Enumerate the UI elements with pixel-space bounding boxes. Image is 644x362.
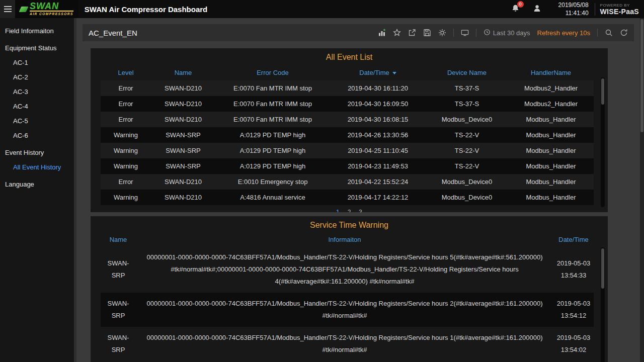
refresh-interval-button[interactable]: Refresh every 10s [537, 29, 591, 37]
screen: SWAN AIR COMPRESSORS SWAN Air Compressor… [0, 0, 644, 362]
event-cell: E:0010 Emergency stop [215, 174, 330, 190]
dashboard-toolbar: Last 30 days Refresh every 10s [378, 29, 628, 37]
event-row[interactable]: ErrorSWAN-D210E:0070 Fan MTR IMM stop201… [101, 112, 594, 127]
event-row[interactable]: WarningSWAN-D210A:4816 Annual service201… [101, 190, 594, 205]
date-text: 2019/05/08 [558, 1, 589, 9]
event-cell: SWAN-D210 [151, 190, 215, 205]
toolbar-divider [453, 29, 454, 37]
event-cell: Error [101, 96, 151, 112]
event-row[interactable]: WarningSWAN-SRPA:0129 PD TEMP high2019-0… [101, 143, 594, 158]
star-icon[interactable] [393, 29, 401, 37]
sidebar-item-ac-1[interactable]: AC-1 [0, 55, 74, 70]
event-row[interactable]: ErrorSWAN-D210E:0070 Fan MTR IMM stop201… [101, 80, 594, 96]
datetime: 2019/05/08 11:41:40 [558, 1, 589, 17]
sidebar-item-ac-5[interactable]: AC-5 [0, 114, 74, 128]
sidebar-item-ac-4[interactable]: AC-4 [0, 99, 74, 114]
event-cell: Modbus_Handler [508, 112, 594, 127]
event-cell: SWAN-D210 [151, 112, 215, 127]
event-cell: Warning [101, 143, 151, 158]
sidebar-item-all-event-history[interactable]: All Event History [0, 160, 74, 174]
time-text: 11:41:40 [558, 9, 589, 17]
sidebar-item-equipment-status[interactable]: Equipment Status [0, 41, 74, 55]
swan-logo: SWAN AIR COMPRESSORS [15, 0, 78, 18]
page-scrollbar[interactable] [640, 18, 644, 362]
event-cell: Error [101, 112, 151, 127]
event-cell: TS-37-S [426, 80, 508, 96]
topbar: SWAN AIR COMPRESSORS SWAN Air Compressor… [0, 0, 644, 18]
column-header-device-name[interactable]: Device Name [426, 65, 508, 80]
scrollbar-thumb[interactable] [640, 19, 643, 132]
service-row[interactable]: SWAN-SRP00000001-0000-0000-0000-74C63BFF… [101, 246, 594, 293]
event-cell: 2019-04-30 16:09:50 [330, 96, 426, 112]
service-time-warning-panel: Service Time Warning Name Informaiton Da… [91, 216, 608, 362]
column-header-name[interactable]: Name [101, 233, 136, 246]
event-cell: 2019-04-30 16:11:20 [330, 80, 426, 96]
powered-by-brand: WISE-PaaS [600, 8, 639, 16]
event-row[interactable]: ErrorSWAN-D210E:0010 Emergency stop2019-… [101, 174, 594, 190]
tv-mode-icon[interactable] [461, 29, 469, 37]
event-cell: Error [101, 174, 151, 190]
event-row[interactable]: WarningSWAN-SRPA:0129 PD TEMP high2019-0… [101, 127, 594, 143]
sidebar-item-event-history[interactable]: Event History [0, 145, 74, 160]
column-header-datetime[interactable]: Date/Time [553, 233, 594, 246]
column-header-error-code[interactable]: Error Code [215, 65, 330, 80]
logo-name: SWAN [30, 3, 73, 10]
notifications-button[interactable]: 0 [511, 4, 520, 15]
save-icon[interactable] [423, 29, 431, 37]
column-header-informaiton[interactable]: Informaiton [136, 233, 553, 246]
service-panel-scrollbar[interactable] [601, 247, 605, 362]
page-number-2[interactable]: 2 [348, 209, 351, 212]
sidebar-item-language[interactable]: Language [0, 177, 74, 192]
event-cell: TS-22-V [426, 143, 508, 158]
sidebar-nav: Field InformaitonEquipment StatusAC-1AC-… [0, 24, 74, 192]
event-cell: Modbus_Handler [508, 190, 594, 205]
sidebar-item-ac-6[interactable]: AC-6 [0, 128, 74, 143]
event-cell: 2019-04-26 13:30:56 [330, 127, 426, 143]
service-cell-info: 00000001-0000-0000-0000-74C63BFF57A1/Mod… [136, 327, 553, 361]
notification-badge: 0 [517, 1, 524, 8]
share-icon[interactable] [408, 29, 416, 37]
sidebar-item-field-informaiton[interactable]: Field Informaiton [0, 24, 74, 38]
sidebar-item-ac-3[interactable]: AC-3 [0, 84, 74, 99]
event-table: LevelNameError CodeDate/TimeDevice NameH… [101, 65, 594, 205]
event-cell: TS-22-V [426, 127, 508, 143]
event-row[interactable]: WarningSWAN-SRPA:0129 PD TEMP high2019-0… [101, 158, 594, 174]
time-range-button[interactable]: Last 30 days [484, 29, 530, 37]
event-cell: TS-37-S [426, 96, 508, 112]
event-cell: Warning [101, 158, 151, 174]
sidebar: Field InformaitonEquipment StatusAC-1AC-… [0, 18, 76, 362]
event-panel-scrollbar[interactable] [601, 77, 605, 207]
column-header-date-time[interactable]: Date/Time [330, 65, 426, 80]
event-cell: SWAN-D210 [151, 174, 215, 190]
scrollbar-thumb[interactable] [601, 248, 604, 289]
column-header-name[interactable]: Name [151, 65, 215, 80]
service-row[interactable]: SWAN-SRP00000001-0000-0000-0000-74C63BFF… [101, 327, 594, 361]
gear-icon[interactable] [438, 29, 446, 37]
add-panel-icon[interactable] [378, 29, 386, 37]
event-cell: E:0070 Fan MTR IMM stop [215, 80, 330, 96]
column-header-handlername[interactable]: HandlerName [508, 65, 594, 80]
refresh-icon[interactable] [620, 29, 628, 37]
powered-by-label: POWERED BY [600, 3, 639, 8]
scrollbar-thumb[interactable] [601, 78, 604, 105]
service-table: Name Informaiton Date/Time SWAN-SRP00000… [101, 233, 594, 361]
menu-icon[interactable] [0, 0, 15, 18]
event-cell: Modbus_Device0 [426, 112, 508, 127]
sidebar-item-ac-2[interactable]: AC-2 [0, 70, 74, 84]
clock-icon [484, 29, 491, 37]
user-icon [533, 6, 541, 14]
event-row[interactable]: ErrorSWAN-D210E:0070 Fan MTR IMM stop201… [101, 96, 594, 112]
swan-logo-mark-icon [19, 7, 29, 12]
dashboard-header: AC_Event_EN [83, 24, 634, 41]
page-number-1[interactable]: 1 [336, 209, 340, 212]
dashboard-title[interactable]: AC_Event_EN [89, 29, 137, 37]
powered-by: POWERED BY WISE-PaaS [595, 3, 639, 16]
page-number-3[interactable]: 3 [359, 209, 362, 212]
service-row[interactable]: SWAN-SRP00000001-0000-0000-0000-74C63BFF… [101, 293, 594, 327]
column-header-level[interactable]: Level [101, 65, 151, 80]
zoom-icon[interactable] [605, 29, 613, 37]
user-button[interactable] [533, 4, 541, 15]
event-cell: Modbus_Handler [508, 158, 594, 174]
event-cell: SWAN-D210 [151, 96, 215, 112]
service-cell-name: SWAN-SRP [101, 246, 136, 293]
